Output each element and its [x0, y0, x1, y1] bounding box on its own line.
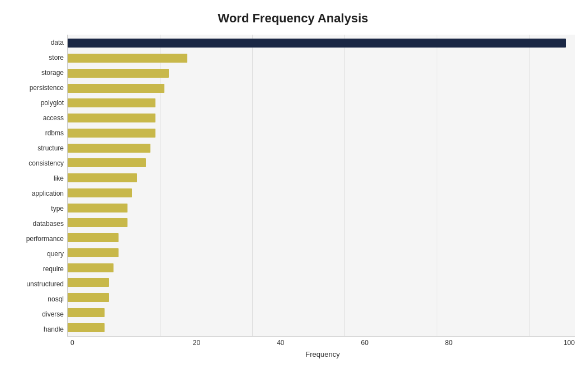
y-label: databases	[33, 220, 64, 227]
bar	[68, 158, 146, 167]
bar-row	[68, 96, 575, 111]
bar-row	[68, 140, 575, 155]
bar-row	[68, 66, 575, 81]
bar	[68, 84, 164, 93]
bar-row	[68, 155, 575, 171]
y-label: like	[54, 175, 64, 182]
y-label: rdbms	[45, 130, 64, 136]
bar-row	[68, 200, 575, 215]
bar	[68, 233, 119, 242]
bar	[68, 54, 187, 63]
bar	[68, 188, 132, 197]
bar	[68, 39, 566, 48]
bar-row	[68, 290, 575, 305]
y-label: nosql	[48, 296, 64, 303]
bar	[68, 308, 105, 317]
bar	[68, 204, 127, 212]
x-axis-label: Frequency	[70, 350, 575, 358]
bar	[68, 323, 105, 332]
bar	[68, 129, 155, 138]
y-label: application	[32, 190, 64, 197]
y-label: store	[49, 54, 64, 61]
y-label: performance	[26, 235, 64, 242]
y-label: unstructured	[26, 281, 64, 287]
bar-row	[68, 126, 575, 141]
bar-row	[68, 111, 575, 126]
bar-row	[68, 36, 575, 51]
bar-row	[68, 51, 575, 66]
y-label: consistency	[29, 160, 64, 167]
x-tick: 0	[70, 339, 154, 347]
x-axis-area: 020406080100 Frequency	[70, 337, 575, 358]
bar	[68, 263, 114, 272]
bar	[68, 114, 155, 122]
x-ticks: 020406080100	[70, 337, 575, 348]
bar	[68, 293, 109, 302]
bar-row	[68, 245, 575, 261]
bar	[68, 144, 150, 153]
bar	[68, 69, 169, 78]
x-tick: 80	[407, 339, 490, 347]
bars-wrapper	[68, 35, 575, 336]
bar-row	[68, 275, 575, 290]
x-tick: 20	[154, 339, 238, 347]
bar-row	[68, 81, 575, 96]
y-axis-labels: datastorestoragepersistencepolyglotacces…	[11, 35, 67, 337]
y-label: type	[51, 205, 64, 212]
plot-area: datastorestoragepersistencepolyglotacces…	[11, 35, 575, 337]
bar-row	[68, 260, 575, 275]
bar	[68, 218, 127, 227]
y-label: diverse	[42, 311, 64, 318]
bar-row	[68, 305, 575, 320]
y-label: query	[47, 251, 64, 257]
y-label: polyglot	[41, 100, 64, 106]
bar-row	[68, 171, 575, 186]
bar	[68, 173, 137, 182]
x-tick: 40	[239, 339, 323, 347]
y-label: structure	[37, 145, 64, 152]
chart-title: Word Frequency Analysis	[11, 11, 575, 26]
chart-container: Word Frequency Analysis datastorestorage…	[0, 0, 586, 392]
chart-area: datastorestoragepersistencepolyglotacces…	[11, 35, 575, 358]
bar-row	[68, 186, 575, 201]
bar-row	[68, 230, 575, 245]
bar-row	[68, 320, 575, 335]
bar	[68, 98, 155, 107]
x-tick: 100	[491, 339, 575, 347]
bar	[68, 278, 109, 287]
x-tick: 60	[323, 339, 407, 347]
bar	[68, 248, 119, 257]
bars-and-grid	[67, 35, 575, 337]
y-label: require	[43, 266, 64, 272]
y-label: handle	[44, 326, 64, 333]
y-label: access	[43, 115, 64, 121]
y-label: persistence	[30, 84, 64, 91]
bar-row	[68, 215, 575, 230]
y-label: storage	[41, 69, 64, 76]
y-label: data	[51, 39, 64, 46]
